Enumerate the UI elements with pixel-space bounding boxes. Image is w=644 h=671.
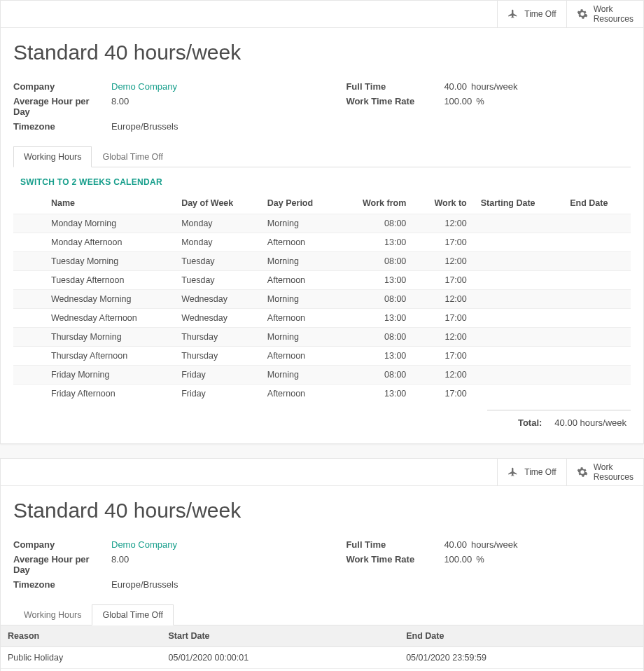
work-time-rate-label: Work Time Rate [346,554,430,565]
cell-day: Wednesday [174,309,260,328]
col-end-date: End Date [563,194,631,214]
work-time-rate-label: Work Time Rate [346,96,430,106]
cell-end-date [563,233,631,252]
total-label: Total: [518,417,542,428]
table-row[interactable]: Thursday MorningThursdayMorning08:0012:0… [13,328,631,347]
switch-calendar-link[interactable]: SWITCH TO 2 WEEKS CALENDAR [20,177,631,187]
col-start-date: Start Date [162,625,400,647]
cell-day: Tuesday [174,271,260,290]
gears-icon [577,466,588,478]
cell-start-date [474,347,564,366]
work-time-rate-value: 100.00% [444,96,517,106]
col-day-of-week: Day of Week [174,194,260,214]
cell-to: 17:00 [413,347,473,366]
tab-global-time-off[interactable]: Global Time Off [92,604,174,625]
table-row[interactable]: Monday MorningMondayMorning08:0012:00 [13,214,631,233]
time-off-label: Time Off [524,9,556,19]
cell-name: Thursday Morning [44,328,174,347]
cell-from: 08:00 [338,328,413,347]
cell-day: Monday [174,214,260,233]
company-label: Company [13,81,97,92]
cell-from: 08:00 [338,252,413,271]
resources-label: Resources [594,14,634,24]
card-topbar: Time Off Work Resources [1,1,643,28]
cell-period: Morning [260,252,338,271]
time-off-button[interactable]: Time Off [497,1,566,27]
cell-end-date [563,252,631,271]
work-resources-button[interactable]: Work Resources [566,459,643,485]
cell-day: Wednesday [174,290,260,309]
timezone-value: Europe/Brussels [111,121,178,132]
tab-global-time-off[interactable]: Global Time Off [92,146,174,167]
timezone-label: Timezone [13,121,97,132]
cell-to: 12:00 [413,366,473,385]
cell-to: 17:00 [413,271,473,290]
table-row[interactable]: Thursday AfternoonThursdayAfternoon13:00… [13,347,631,366]
cell-to: 12:00 [413,328,473,347]
avg-hour-value: 8.00 [111,554,178,575]
cell-from: 13:00 [338,233,413,252]
cell-to: 17:00 [413,385,473,403]
gears-icon [577,8,588,20]
working-schedule-card: Time Off Work Resources Standard 40 hour… [0,0,644,444]
cell-start-date [474,252,564,271]
cell-name: Tuesday Morning [44,252,174,271]
table-row[interactable]: Friday MorningFridayMorning08:0012:00 [13,366,631,385]
work-label: Work [594,4,634,14]
cell-to: 12:00 [413,290,473,309]
table-row[interactable]: Tuesday MorningTuesdayMorning08:0012:00 [13,252,631,271]
tab-working-hours[interactable]: Working Hours [13,604,92,625]
cell-start-date [474,366,564,385]
work-resources-button[interactable]: Work Resources [566,1,643,27]
cell-name: Thursday Afternoon [44,347,174,366]
cell-day: Friday [174,385,260,403]
col-starting-date: Starting Date [474,194,564,214]
cell-from: 08:00 [338,290,413,309]
avg-hour-value: 8.00 [111,96,178,117]
table-row[interactable]: Wednesday AfternoonWednesdayAfternoon13:… [13,309,631,328]
table-row[interactable]: Tuesday AfternoonTuesdayAfternoon13:0017… [13,271,631,290]
cell-end-date [563,385,631,403]
cell-start-date [474,290,564,309]
cell-from: 13:00 [338,385,413,403]
cell-start-date [474,214,564,233]
fulltime-label: Full Time [346,81,430,92]
time-off-button[interactable]: Time Off [497,459,566,485]
company-link[interactable]: Demo Company [111,81,178,92]
schedule-table: Name Day of Week Day Period Work from Wo… [13,194,631,403]
cell-name: Monday Morning [44,214,174,233]
cell-day: Thursday [174,347,260,366]
company-link[interactable]: Demo Company [111,539,178,550]
cell-day: Friday [174,366,260,385]
cell-name: Wednesday Morning [44,290,174,309]
col-day-period: Day Period [260,194,338,214]
resources-label: Resources [594,472,634,482]
cell-end-date [563,347,631,366]
cell-from: 08:00 [338,214,413,233]
table-row[interactable]: Public Holiday05/01/2020 00:00:0105/01/2… [1,647,643,669]
col-work-to: Work to [413,194,473,214]
page-title: Standard 40 hours/week [13,499,631,523]
cell-from: 13:00 [338,347,413,366]
table-row[interactable]: Monday AfternoonMondayAfternoon13:0017:0… [13,233,631,252]
cell-period: Morning [260,328,338,347]
col-reason: Reason [1,625,162,647]
cell-reason: Public Holiday [1,647,162,669]
tab-working-hours[interactable]: Working Hours [13,146,92,167]
cell-from: 13:00 [338,271,413,290]
cell-start-date [474,328,564,347]
cell-end-date [563,309,631,328]
table-row[interactable]: Wednesday MorningWednesdayMorning08:0012… [13,290,631,309]
table-row[interactable]: Friday AfternoonFridayAfternoon13:0017:0… [13,385,631,403]
total-bar: Total: 40.00 hours/week [13,410,631,431]
card-topbar: Time Off Work Resources [1,459,643,486]
tabs: Working Hours Global Time Off [13,146,631,167]
cell-day: Monday [174,233,260,252]
company-label: Company [13,539,97,550]
working-schedule-card-2: Time Off Work Resources Standard 40 hour… [0,458,644,671]
cell-period: Afternoon [260,233,338,252]
cell-period: Afternoon [260,347,338,366]
fulltime-value: 40.00hours/week [444,539,517,550]
avg-hour-label: Average Hour per Day [13,96,97,117]
cell-period: Morning [260,290,338,309]
